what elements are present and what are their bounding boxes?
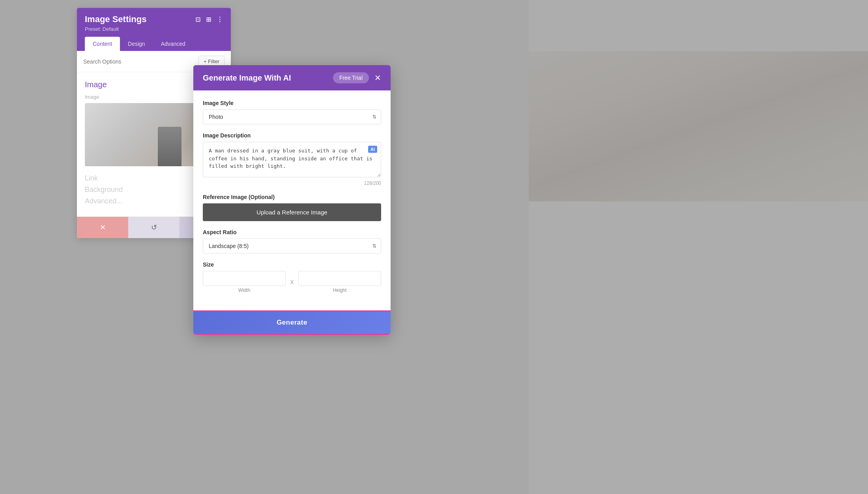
panel-tabs: Content Design Advanced [85, 37, 223, 51]
height-input[interactable]: 512 [298, 271, 381, 286]
width-label: Width [203, 287, 286, 293]
modal-close-button[interactable]: ✕ [374, 74, 381, 82]
image-style-select-wrapper: Photo Illustration Painting 3D Render ⇅ [203, 109, 381, 124]
image-style-select[interactable]: Photo Illustration Painting 3D Render [203, 109, 381, 124]
cancel-button[interactable]: ✕ [77, 217, 128, 238]
width-group: 512 Width [203, 271, 286, 293]
panel-subtitle: Preset: Default [85, 26, 223, 33]
char-count: 128/200 [203, 180, 381, 186]
tab-design[interactable]: Design [120, 37, 153, 51]
columns-icon[interactable]: ⊞ [206, 16, 211, 23]
aspect-ratio-group: Aspect Ratio Landscape (8:5) Portrait (5… [203, 229, 381, 254]
size-row: 512 Width x 512 Height [203, 271, 381, 293]
more-icon[interactable]: ⋮ [217, 16, 223, 23]
aspect-ratio-select-wrapper: Landscape (8:5) Portrait (5:8) Square (1… [203, 239, 381, 254]
generate-button[interactable]: Generate [193, 312, 391, 334]
search-input[interactable] [83, 58, 195, 65]
image-description-wrapper: A man dressed in a gray blue suit, with … [203, 142, 381, 179]
fullscreen-icon[interactable]: ⊡ [195, 16, 200, 23]
aspect-ratio-label: Aspect Ratio [203, 229, 381, 235]
panel-header: Image Settings ⊡ ⊞ ⋮ Preset: Default Con… [77, 8, 231, 51]
undo-button[interactable]: ↺ [128, 217, 180, 238]
image-description-label: Image Description [203, 132, 381, 139]
upload-reference-button[interactable]: Upload a Reference Image [203, 203, 381, 221]
reference-image-group: Reference Image (Optional) Upload a Refe… [203, 194, 381, 221]
free-trial-badge: Free Trial [333, 72, 369, 83]
ai-badge: AI [368, 146, 377, 153]
size-group: Size 512 Width x 512 Height [203, 261, 381, 293]
size-label: Size [203, 261, 381, 268]
modal-header: Generate Image With AI Free Trial ✕ [193, 65, 391, 90]
preview-person-silhouette [158, 127, 181, 166]
modal-body: Image Style Photo Illustration Painting … [193, 90, 391, 310]
image-style-group: Image Style Photo Illustration Painting … [203, 100, 381, 124]
aspect-ratio-select[interactable]: Landscape (8:5) Portrait (5:8) Square (1… [203, 239, 381, 254]
panel-title-icons: ⊡ ⊞ ⋮ [195, 16, 223, 23]
generate-image-modal: Generate Image With AI Free Trial ✕ Imag… [193, 65, 391, 335]
reference-image-label: Reference Image (Optional) [203, 194, 381, 200]
panel-title-row: Image Settings ⊡ ⊞ ⋮ [85, 14, 223, 24]
image-style-label: Image Style [203, 100, 381, 106]
modal-header-right: Free Trial ✕ [333, 72, 381, 83]
tab-advanced[interactable]: Advanced [153, 37, 193, 51]
height-label: Height [298, 287, 381, 293]
filter-label: + Filter [204, 58, 219, 64]
modal-title: Generate Image With AI [203, 73, 291, 83]
panel-title-text: Image Settings [85, 14, 146, 24]
width-input[interactable]: 512 [203, 271, 286, 286]
image-description-group: Image Description A man dressed in a gra… [203, 132, 381, 186]
generate-btn-wrapper: Generate [193, 310, 391, 335]
height-group: 512 Height [298, 271, 381, 293]
tab-content[interactable]: Content [85, 37, 120, 51]
size-separator: x [290, 278, 294, 286]
image-description-textarea[interactable]: A man dressed in a gray blue suit, with … [203, 142, 381, 177]
